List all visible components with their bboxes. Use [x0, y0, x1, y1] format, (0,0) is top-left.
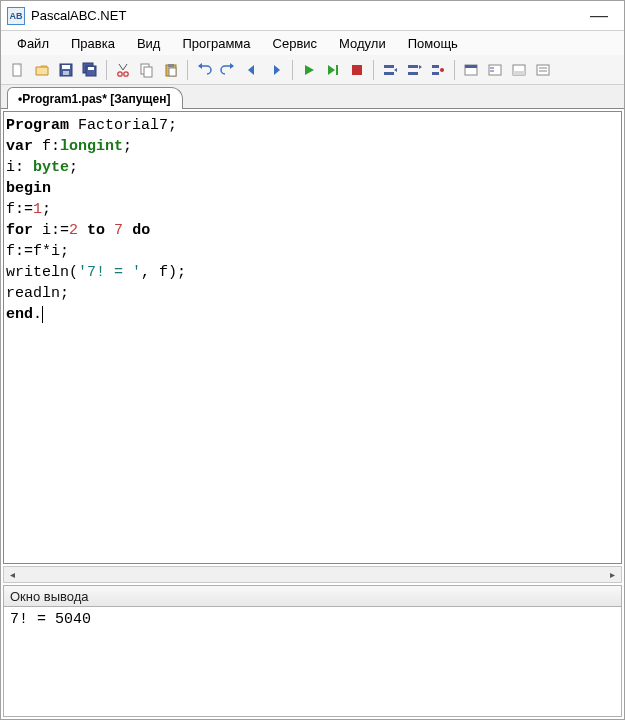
toolbar-separator: [373, 60, 374, 80]
menu-modules[interactable]: Модули: [329, 34, 396, 53]
new-file-icon[interactable]: [7, 59, 29, 81]
code-text: ;: [69, 159, 78, 176]
run-icon[interactable]: [298, 59, 320, 81]
output-text: 7! = 5040: [10, 611, 91, 628]
menu-view[interactable]: Вид: [127, 34, 171, 53]
toolbar-separator: [187, 60, 188, 80]
tab-program1[interactable]: •Program1.pas* [Запущен]: [7, 87, 183, 109]
code-number: 2: [69, 222, 78, 239]
app-icon: AB: [7, 7, 25, 25]
editor-hscrollbar[interactable]: ◂ ▸: [3, 566, 622, 583]
output-panel[interactable]: 7! = 5040: [3, 607, 622, 717]
editor-tab-bar: •Program1.pas* [Запущен]: [1, 85, 624, 109]
title-bar: AB PascalABC.NET —: [1, 1, 624, 31]
compile-icon[interactable]: [460, 59, 482, 81]
menu-bar: Файл Правка Вид Программа Сервис Модули …: [1, 31, 624, 55]
form-designer-icon[interactable]: [484, 59, 506, 81]
svg-point-8: [118, 71, 122, 75]
svg-rect-39: [537, 65, 549, 75]
svg-rect-13: [168, 64, 174, 67]
scroll-left-icon[interactable]: ◂: [4, 567, 21, 582]
svg-point-31: [440, 68, 444, 72]
code-text: readln;: [6, 285, 69, 302]
text-cursor: [42, 306, 43, 323]
code-number: 7: [114, 222, 123, 239]
code-keyword: Program: [6, 117, 69, 134]
toolbar-separator: [292, 60, 293, 80]
copy-icon[interactable]: [136, 59, 158, 81]
svg-marker-20: [328, 65, 335, 75]
menu-file[interactable]: Файл: [7, 34, 59, 53]
code-keyword: begin: [6, 180, 51, 197]
undo-icon[interactable]: [193, 59, 215, 81]
svg-rect-35: [490, 67, 494, 69]
code-text: writeln(: [6, 264, 78, 281]
save-file-icon[interactable]: [55, 59, 77, 81]
scroll-right-icon[interactable]: ▸: [604, 567, 621, 582]
svg-marker-25: [394, 68, 397, 72]
code-text: [78, 222, 87, 239]
output-window-icon[interactable]: [508, 59, 530, 81]
svg-marker-15: [198, 63, 202, 69]
svg-rect-33: [465, 65, 477, 68]
code-keyword: to: [87, 222, 105, 239]
code-text: [123, 222, 132, 239]
svg-rect-27: [408, 72, 418, 75]
save-all-icon[interactable]: [79, 59, 101, 81]
step-into-icon[interactable]: [379, 59, 401, 81]
paste-icon[interactable]: [160, 59, 182, 81]
code-keyword: do: [132, 222, 150, 239]
menu-edit[interactable]: Правка: [61, 34, 125, 53]
svg-marker-19: [305, 65, 314, 75]
code-type: byte: [33, 159, 69, 176]
code-text: [105, 222, 114, 239]
app-icon-text: AB: [10, 11, 23, 21]
svg-rect-3: [62, 65, 70, 69]
svg-point-9: [124, 71, 128, 75]
code-text: .: [33, 306, 42, 323]
properties-icon[interactable]: [532, 59, 554, 81]
code-text: i:=: [33, 222, 69, 239]
code-string: '7! = ': [78, 264, 141, 281]
code-keyword: end: [6, 306, 33, 323]
svg-marker-18: [274, 65, 280, 75]
svg-rect-23: [384, 65, 394, 68]
svg-rect-26: [408, 65, 418, 68]
code-text: i:: [6, 159, 33, 176]
menu-help[interactable]: Помощь: [398, 34, 468, 53]
svg-rect-38: [513, 71, 525, 75]
cut-icon[interactable]: [112, 59, 134, 81]
stop-icon[interactable]: [346, 59, 368, 81]
menu-program[interactable]: Программа: [172, 34, 260, 53]
svg-rect-29: [432, 65, 439, 68]
step-over-icon[interactable]: [403, 59, 425, 81]
toolbar-separator: [106, 60, 107, 80]
menu-service[interactable]: Сервис: [263, 34, 328, 53]
svg-rect-30: [432, 72, 439, 75]
svg-rect-22: [352, 65, 362, 75]
code-keyword: var: [6, 138, 33, 155]
toolbar: [1, 55, 624, 85]
run-no-debug-icon[interactable]: [322, 59, 344, 81]
code-text: f:=f*i;: [6, 243, 69, 260]
step-out-icon[interactable]: [427, 59, 449, 81]
open-file-icon[interactable]: [31, 59, 53, 81]
svg-rect-7: [88, 67, 94, 70]
window-title: PascalABC.NET: [31, 8, 580, 23]
output-panel-header: Окно вывода: [3, 585, 622, 607]
code-editor[interactable]: Program Factorial7; var f:longint; i: by…: [3, 111, 622, 564]
code-keyword: for: [6, 222, 33, 239]
code-number: 1: [33, 201, 42, 218]
svg-rect-11: [144, 67, 152, 77]
svg-rect-14: [169, 68, 176, 76]
svg-marker-28: [419, 65, 422, 69]
nav-back-icon[interactable]: [241, 59, 263, 81]
svg-marker-16: [230, 63, 234, 69]
svg-rect-24: [384, 72, 394, 75]
code-text: f:: [33, 138, 60, 155]
redo-icon[interactable]: [217, 59, 239, 81]
svg-rect-4: [63, 71, 69, 75]
code-type: longint: [60, 138, 123, 155]
nav-forward-icon[interactable]: [265, 59, 287, 81]
minimize-button[interactable]: —: [580, 5, 618, 26]
